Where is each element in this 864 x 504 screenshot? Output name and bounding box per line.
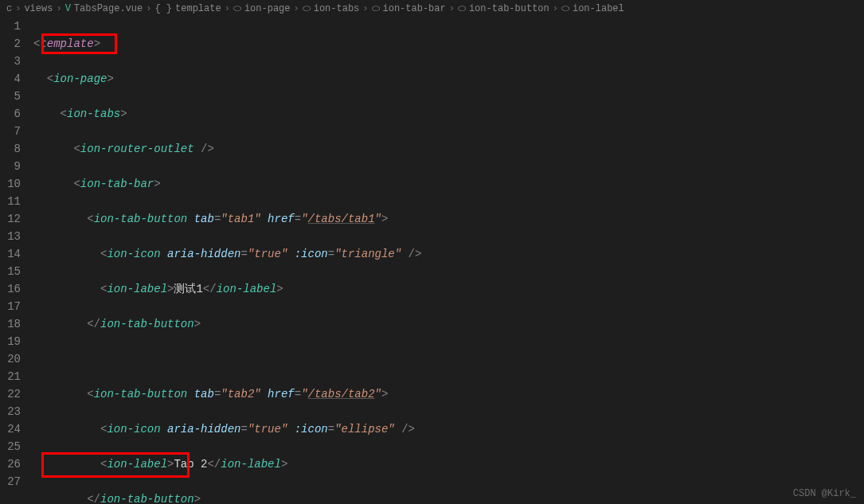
breadcrumb-c[interactable]: c [6, 3, 12, 14]
vue-icon: V [65, 3, 71, 14]
chevron-right-icon: › [293, 3, 299, 14]
chevron-right-icon: › [15, 3, 21, 14]
breadcrumb-ion-label[interactable]: ⬭ion-label [561, 3, 624, 14]
breadcrumb: c › views › VTabsPage.vue › { }template … [0, 0, 864, 18]
chevron-right-icon: › [56, 3, 61, 14]
breadcrumb-ion-tab-button[interactable]: ⬭ion-tab-button [458, 3, 549, 14]
code-area[interactable]: <template> <ion-page> <ion-tabs> <ion-ro… [33, 18, 864, 504]
breadcrumb-template[interactable]: { }template [154, 3, 221, 14]
watermark: CSDN @Kirk_ [793, 488, 856, 499]
braces-icon: { } [154, 3, 172, 14]
tag-icon: ⬭ [233, 3, 241, 14]
chevron-right-icon: › [146, 3, 151, 14]
breadcrumb-ion-tabs[interactable]: ⬭ion-tabs [303, 3, 360, 14]
tag-icon: ⬭ [303, 3, 311, 14]
tag-icon: ⬭ [561, 3, 569, 14]
line-number-gutter: 1234567891011121314151617181920212223242… [0, 18, 33, 504]
chevron-right-icon: › [225, 3, 230, 14]
chevron-right-icon: › [553, 3, 558, 14]
breadcrumb-ion-tab-bar[interactable]: ⬭ion-tab-bar [372, 3, 446, 14]
code-editor[interactable]: 1234567891011121314151617181920212223242… [0, 18, 864, 504]
chevron-right-icon: › [449, 3, 455, 14]
breadcrumb-file[interactable]: VTabsPage.vue [65, 3, 143, 14]
breadcrumb-ion-page[interactable]: ⬭ion-page [233, 3, 291, 14]
breadcrumb-views[interactable]: views [24, 3, 53, 14]
tag-icon: ⬭ [372, 3, 380, 14]
chevron-right-icon: › [362, 3, 368, 14]
tag-icon: ⬭ [458, 3, 466, 14]
